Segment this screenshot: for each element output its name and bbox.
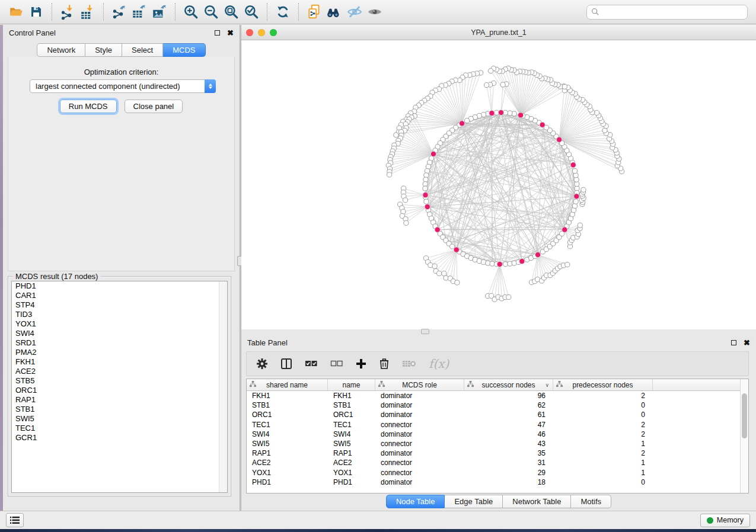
tab-motifs[interactable]: Motifs bbox=[571, 495, 611, 508]
tab-edge-table[interactable]: Edge Table bbox=[445, 495, 503, 508]
table-cell[interactable]: 61 bbox=[464, 410, 553, 419]
table-cell[interactable]: ACE2 bbox=[328, 458, 375, 467]
mcds-node-item[interactable]: RAP1 bbox=[12, 395, 227, 405]
table-cell[interactable]: STB1 bbox=[328, 400, 375, 410]
mcds-result-list[interactable]: PHD1CAR1STP4TID3YOX1SWI4SRD1PMA2FKH1ACE2… bbox=[11, 281, 228, 493]
table-cell[interactable]: STB1 bbox=[247, 400, 328, 410]
show-column-panel-icon[interactable] bbox=[280, 358, 292, 370]
table-cell[interactable]: 96 bbox=[464, 391, 553, 400]
close-table-panel-icon[interactable]: ✖ bbox=[744, 340, 750, 345]
zoom-selected-icon[interactable] bbox=[241, 2, 261, 21]
table-cell[interactable]: 31 bbox=[464, 458, 553, 467]
table-cell[interactable]: RAP1 bbox=[247, 448, 328, 458]
mcds-node-item[interactable]: ORC1 bbox=[12, 386, 227, 395]
table-row[interactable]: TEC1TEC1connector472 bbox=[247, 420, 740, 430]
mcds-node-item[interactable]: TID3 bbox=[12, 310, 227, 319]
clone-network-icon[interactable] bbox=[304, 2, 324, 21]
table-cell[interactable]: dominator bbox=[375, 448, 464, 458]
table-cell[interactable]: connector bbox=[375, 439, 464, 448]
table-cell[interactable]: ACE2 bbox=[247, 458, 328, 467]
mcds-node-item[interactable]: FKH1 bbox=[12, 357, 227, 367]
table-cell[interactable]: connector bbox=[375, 468, 464, 477]
tab-network-table[interactable]: Network Table bbox=[503, 495, 571, 508]
network-canvas[interactable] bbox=[241, 40, 756, 329]
table-cell[interactable]: TEC1 bbox=[328, 420, 375, 430]
zoom-out-icon[interactable] bbox=[201, 2, 221, 21]
float-window-icon[interactable] bbox=[215, 30, 220, 36]
table-cell[interactable]: 29 bbox=[464, 468, 553, 477]
table-cell[interactable]: ORC1 bbox=[247, 410, 328, 419]
tab-node-table[interactable]: Node Table bbox=[386, 495, 445, 508]
table-scrollbar[interactable] bbox=[740, 379, 748, 493]
table-cell[interactable]: connector bbox=[375, 420, 464, 430]
column-header-successor-nodes[interactable]: successor nodes∨ bbox=[464, 379, 553, 390]
table-cell[interactable]: 1 bbox=[553, 468, 653, 477]
import-table-icon[interactable] bbox=[78, 2, 98, 21]
table-cell[interactable]: dominator bbox=[375, 400, 464, 410]
mcds-node-item[interactable]: YOX1 bbox=[12, 319, 227, 329]
network-titlebar[interactable]: YPA_prune.txt_1 bbox=[241, 25, 756, 40]
mcds-list-scrollbar[interactable] bbox=[219, 281, 227, 492]
mcds-node-item[interactable]: CAR1 bbox=[12, 291, 227, 300]
refresh-icon[interactable] bbox=[273, 2, 293, 21]
table-cell[interactable]: FKH1 bbox=[328, 391, 375, 400]
search-input[interactable] bbox=[602, 8, 743, 16]
table-row[interactable]: YOX1YOX1connector291 bbox=[247, 468, 740, 477]
tab-select[interactable]: Select bbox=[122, 43, 163, 57]
table-cell[interactable]: dominator bbox=[375, 391, 464, 400]
mcds-node-item[interactable]: SWI5 bbox=[12, 414, 227, 424]
close-panel-button[interactable]: Close panel bbox=[125, 100, 183, 113]
mcds-node-item[interactable]: STB1 bbox=[12, 405, 227, 414]
table-cell[interactable]: SWI5 bbox=[328, 439, 375, 448]
memory-button[interactable]: Memory bbox=[700, 514, 750, 527]
table-cell[interactable]: 1 bbox=[553, 458, 653, 467]
mcds-node-item[interactable]: ACE2 bbox=[12, 367, 227, 376]
table-cell[interactable]: 0 bbox=[553, 410, 653, 419]
mcds-node-item[interactable]: STP4 bbox=[12, 300, 227, 310]
table-row[interactable]: PHD1PHD1dominator180 bbox=[247, 477, 740, 487]
column-header-MCDS-role[interactable]: MCDS role bbox=[375, 379, 464, 390]
table-settings-gear-icon[interactable] bbox=[256, 358, 268, 370]
table-row[interactable]: FKH1FKH1dominator962 bbox=[247, 391, 740, 400]
optimization-criterion-select[interactable]: largest connected component (undirected) bbox=[30, 79, 216, 93]
column-header-predecessor-nodes[interactable]: predecessor nodes bbox=[553, 379, 653, 390]
search-network-icon[interactable] bbox=[324, 2, 344, 21]
horizontal-splitter-grip[interactable] bbox=[421, 329, 429, 334]
function-builder-icon[interactable]: f(x) bbox=[429, 357, 449, 371]
show-all-icon[interactable] bbox=[365, 2, 385, 21]
mcds-node-item[interactable]: SRD1 bbox=[12, 338, 227, 348]
table-cell[interactable]: dominator bbox=[375, 410, 464, 419]
table-cell[interactable]: RAP1 bbox=[328, 448, 375, 458]
mcds-node-item[interactable]: GCR1 bbox=[12, 433, 227, 443]
mcds-node-item[interactable]: PHD1 bbox=[12, 281, 227, 291]
table-cell[interactable]: connector bbox=[375, 458, 464, 467]
select-all-columns-icon[interactable] bbox=[305, 360, 318, 368]
run-mcds-button[interactable]: Run MCDS bbox=[60, 100, 117, 113]
table-cell[interactable]: SWI5 bbox=[247, 439, 328, 448]
tab-network[interactable]: Network bbox=[37, 43, 85, 57]
open-file-icon[interactable] bbox=[6, 2, 26, 21]
hide-selected-icon[interactable] bbox=[344, 2, 365, 21]
mcds-node-item[interactable]: PMA2 bbox=[12, 348, 227, 357]
tab-mcds[interactable]: MCDS bbox=[163, 43, 205, 57]
save-session-icon[interactable] bbox=[26, 2, 46, 21]
table-row[interactable]: STB1STB1dominator620 bbox=[247, 400, 740, 410]
export-image-icon[interactable] bbox=[149, 2, 170, 21]
table-cell[interactable]: PHD1 bbox=[328, 477, 375, 487]
table-cell[interactable]: PHD1 bbox=[247, 477, 328, 487]
mcds-node-item[interactable]: SWI4 bbox=[12, 329, 227, 338]
create-column-icon[interactable] bbox=[356, 358, 366, 369]
table-cell[interactable]: 35 bbox=[464, 448, 553, 458]
table-cell[interactable]: 43 bbox=[464, 439, 553, 448]
export-table-icon[interactable] bbox=[129, 2, 149, 21]
column-header-shared-name[interactable]: shared name bbox=[247, 379, 328, 390]
table-cell[interactable]: 2 bbox=[553, 448, 653, 458]
column-header-name[interactable]: name bbox=[328, 379, 375, 390]
table-cell[interactable]: dominator bbox=[375, 477, 464, 487]
table-cell[interactable]: 2 bbox=[553, 420, 653, 430]
table-row[interactable]: SWI4SWI4dominator462 bbox=[247, 430, 740, 439]
table-cell[interactable]: 2 bbox=[553, 391, 653, 400]
table-cell[interactable]: SWI4 bbox=[247, 430, 328, 439]
task-history-button[interactable] bbox=[6, 513, 24, 527]
table-row[interactable]: ACE2ACE2connector311 bbox=[247, 458, 740, 467]
